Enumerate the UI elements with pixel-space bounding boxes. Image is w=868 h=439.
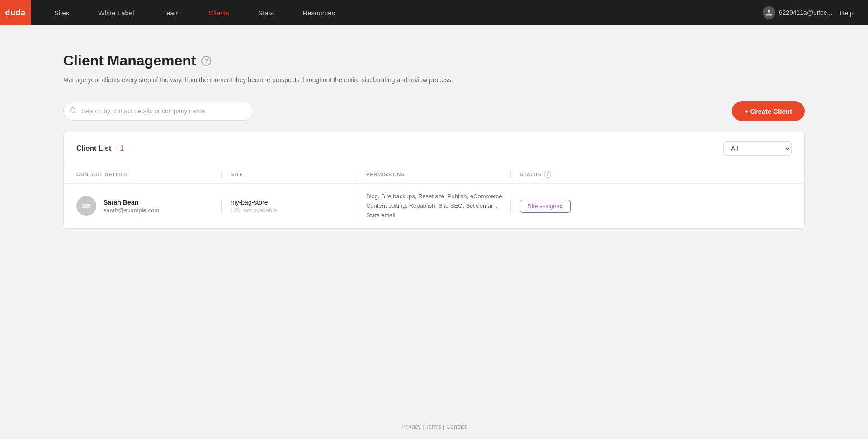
client-card-header: Client List · 1 All Site assigned No sit… bbox=[64, 132, 804, 165]
contact-email: sarah@example.com bbox=[104, 207, 159, 214]
footer: Privacy | Terms | Contact bbox=[0, 414, 868, 439]
site-cell: my-bag-store URL not available bbox=[221, 199, 357, 214]
create-client-button[interactable]: + Create Client bbox=[732, 101, 805, 121]
main-content: Client Management ? Manage your clients … bbox=[0, 25, 868, 414]
footer-contact[interactable]: Contact bbox=[446, 423, 467, 430]
table-headers: CONTACT DETAILS SITE PERMISSIONS STATUS … bbox=[64, 165, 804, 184]
status-info-icon[interactable]: i bbox=[544, 171, 551, 178]
filter-select[interactable]: All Site assigned No site bbox=[723, 141, 792, 156]
nav-right: 6229411a@uifee... Help bbox=[763, 6, 868, 19]
search-wrapper bbox=[63, 102, 253, 121]
nav-white-label[interactable]: White Label bbox=[84, 0, 148, 25]
client-list-label: Client List bbox=[76, 145, 111, 153]
toolbar: + Create Client bbox=[63, 101, 805, 121]
help-icon[interactable]: ? bbox=[201, 56, 211, 66]
footer-terms[interactable]: Terms bbox=[425, 423, 441, 430]
table-row: SB Sarah Bean sarah@example.com my-bag-s… bbox=[64, 184, 804, 228]
status-cell: Site assigned bbox=[510, 200, 601, 213]
user-avatar-icon bbox=[763, 6, 775, 19]
logo[interactable]: duda bbox=[0, 0, 31, 25]
page-title-text: Client Management bbox=[63, 52, 196, 69]
nav-stats[interactable]: Stats bbox=[244, 0, 288, 25]
user-menu[interactable]: 6229411a@uifee... bbox=[763, 6, 833, 19]
nav-resources[interactable]: Resources bbox=[288, 0, 349, 25]
header-contact-details: CONTACT DETAILS bbox=[76, 171, 221, 178]
site-name[interactable]: my-bag-store bbox=[231, 199, 357, 206]
contact-info: Sarah Bean sarah@example.com bbox=[104, 199, 159, 214]
page-subtitle: Manage your clients every step of the wa… bbox=[63, 75, 805, 85]
status-badge: Site assigned bbox=[520, 200, 571, 213]
client-count: · 1 bbox=[116, 145, 124, 153]
client-list-card: Client List · 1 All Site assigned No sit… bbox=[63, 132, 805, 229]
search-input[interactable] bbox=[63, 102, 253, 121]
header-site: SITE bbox=[221, 171, 357, 178]
contact-cell: SB Sarah Bean sarah@example.com bbox=[76, 196, 221, 216]
client-list-title: Client List · 1 bbox=[76, 145, 124, 153]
contact-name: Sarah Bean bbox=[104, 199, 159, 206]
nav-links: Sites White Label Team Clients Stats Res… bbox=[31, 0, 763, 25]
site-url: URL not available bbox=[231, 207, 357, 214]
page-title: Client Management ? bbox=[63, 52, 805, 69]
search-icon bbox=[70, 107, 76, 115]
avatar: SB bbox=[76, 196, 96, 216]
header-permissions: PERMISSIONS bbox=[357, 171, 510, 178]
header-status: STATUS i bbox=[510, 171, 601, 178]
logo-text: duda bbox=[5, 8, 26, 18]
navbar: duda Sites White Label Team Clients Stat… bbox=[0, 0, 868, 25]
nav-clients[interactable]: Clients bbox=[194, 0, 244, 25]
nav-team[interactable]: Team bbox=[149, 0, 194, 25]
svg-line-1 bbox=[74, 112, 75, 113]
nav-sites[interactable]: Sites bbox=[40, 0, 84, 25]
footer-privacy[interactable]: Privacy bbox=[401, 423, 421, 430]
permissions-cell: Blog, Site backups, Reset site, Publish,… bbox=[357, 192, 510, 220]
help-link[interactable]: Help bbox=[840, 9, 854, 17]
user-email: 6229411a@uifee... bbox=[779, 9, 833, 16]
